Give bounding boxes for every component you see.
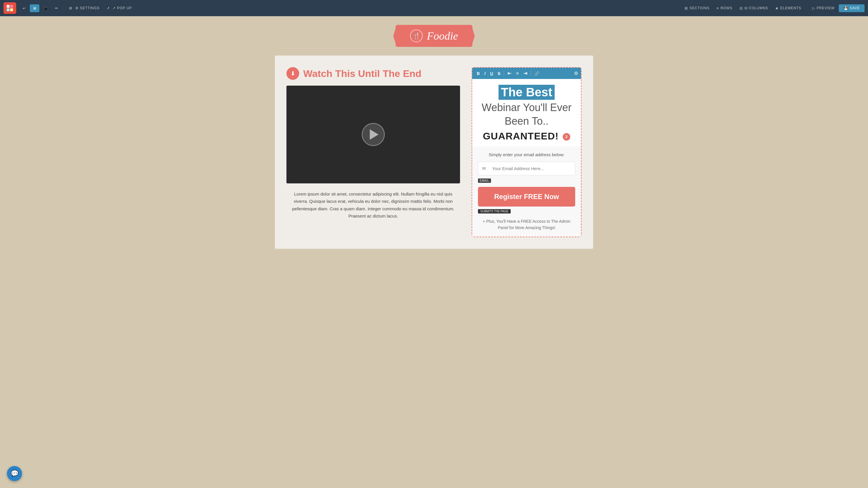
form-subtext: Simply enter your email address below: xyxy=(478,152,575,157)
headline-area: The Best Webinar You'll Ever Been To.. G… xyxy=(472,79,581,147)
sections-button[interactable]: ⊞ SECTIONS xyxy=(682,4,712,12)
bonus-text: + Plus, You'll Have a FREE Access to The… xyxy=(478,218,575,231)
toolbar-right: ⊞ SECTIONS ≡ ROWS ⊟ ⊟ COLUMNS ★ ELEMENTS… xyxy=(682,4,865,12)
main-section: ⬇ Watch This Until The End Lorem ipsum d… xyxy=(275,56,593,249)
link-button[interactable]: 🔗 xyxy=(533,70,541,77)
columns-button[interactable]: ⊟ ⊟ COLUMNS xyxy=(737,4,771,12)
email-envelope-icon: ✉ xyxy=(482,166,486,171)
preview-button[interactable]: ▷ PREVIEW xyxy=(809,4,838,12)
text-editor-toolbar: B I U S ⇤ ≡ ⇥ 🔗 ⚙ xyxy=(472,68,581,79)
desktop-icon: 🖥 xyxy=(33,6,36,10)
logo-banner: 🍴 Foodie xyxy=(396,25,472,47)
bold-button[interactable]: B xyxy=(475,70,482,77)
rows-icon: ≡ xyxy=(717,6,719,10)
elements-icon: ★ xyxy=(775,6,779,10)
right-column: B I U S ⇤ ≡ ⇥ 🔗 ⚙ The Best xyxy=(472,67,582,237)
editor-sep-2 xyxy=(531,71,531,76)
save-icon: 💾 xyxy=(843,6,848,10)
separator-1 xyxy=(63,4,64,12)
chat-icon: 💬 xyxy=(11,470,19,477)
rows-button[interactable]: ≡ ROWS xyxy=(714,4,736,12)
align-center-button[interactable]: ≡ xyxy=(514,70,520,77)
email-label-tag: EMAIL xyxy=(478,178,491,183)
play-button[interactable] xyxy=(362,123,385,146)
elements-button[interactable]: ★ ELEMENTS xyxy=(772,4,804,12)
mobile-view-button[interactable]: 📱 xyxy=(40,4,51,12)
toolbar: ↩ 🖥 📱 ✏ ⚙ ⚙ SETTINGS ↗ ↗ POP UP ⊞ SECTIO… xyxy=(0,0,868,16)
strikethrough-button[interactable]: S xyxy=(496,70,502,77)
video-player[interactable] xyxy=(286,86,460,184)
settings-button[interactable]: ⚙ ⚙ SETTINGS xyxy=(66,4,102,12)
edit-badge: 2 xyxy=(563,133,570,140)
play-triangle-icon xyxy=(370,129,378,140)
popup-button[interactable]: ↗ ↗ POP UP xyxy=(103,4,134,12)
align-left-button[interactable]: ⇤ xyxy=(506,69,513,77)
mobile-icon: 📱 xyxy=(43,6,48,10)
watch-title-row: ⬇ Watch This Until The End xyxy=(286,67,460,80)
headline-best: The Best xyxy=(498,85,554,100)
undo-button[interactable]: ↩ xyxy=(20,4,29,12)
form-section: Simply enter your email address below: ✉… xyxy=(472,147,581,237)
watch-title-text: Watch This Until The End xyxy=(303,68,422,79)
brush-button[interactable]: ✏ xyxy=(52,4,61,12)
logo-button[interactable] xyxy=(3,2,16,14)
headline-sub: Webinar You'll Ever Been To.. xyxy=(477,101,576,128)
brush-icon: ✏ xyxy=(55,6,58,10)
italic-button[interactable]: I xyxy=(483,70,487,77)
lorem-text: Lorem ipsum dolor sit amet, consectetur … xyxy=(286,190,460,220)
left-column: ⬇ Watch This Until The End Lorem ipsum d… xyxy=(286,67,460,220)
logo-banner-shape: 🍴 Foodie xyxy=(396,25,472,47)
align-right-button[interactable]: ⇥ xyxy=(522,69,529,77)
preview-icon: ▷ xyxy=(812,6,815,10)
sections-icon: ⊞ xyxy=(685,6,688,10)
editor-sep-1 xyxy=(504,71,504,76)
underline-button[interactable]: U xyxy=(488,70,495,77)
settings-icon: ⚙ xyxy=(69,6,72,10)
gear-icon[interactable]: ⚙ xyxy=(574,71,578,76)
register-button[interactable]: Register FREE Now xyxy=(478,187,575,206)
columns-icon: ⊟ xyxy=(740,6,743,10)
submits-tag: SUBMITS THE PAGE xyxy=(478,209,511,214)
page-content: 🍴 Foodie ⬇ Watch This Until The End Lore… xyxy=(0,16,868,488)
save-button[interactable]: 💾 SAVE xyxy=(839,4,865,12)
chat-bubble[interactable]: 💬 xyxy=(7,466,22,481)
headline-guaranteed: GUARANTEED! 2 xyxy=(477,130,576,142)
optin-box: B I U S ⇤ ≡ ⇥ 🔗 ⚙ The Best xyxy=(472,67,582,237)
foodie-logo-icon: 🍴 xyxy=(410,30,423,42)
watch-icon: ⬇ xyxy=(286,67,299,80)
popup-icon: ↗ xyxy=(106,6,110,10)
separator-2 xyxy=(807,4,807,12)
desktop-view-button[interactable]: 🖥 xyxy=(30,4,39,12)
logo-text: Foodie xyxy=(427,30,458,42)
arrow-down-icon: ⬇ xyxy=(290,70,296,77)
fork-knife-icon: 🍴 xyxy=(412,32,421,40)
email-input[interactable] xyxy=(478,162,575,175)
email-field-wrapper: ✉ xyxy=(478,162,575,175)
